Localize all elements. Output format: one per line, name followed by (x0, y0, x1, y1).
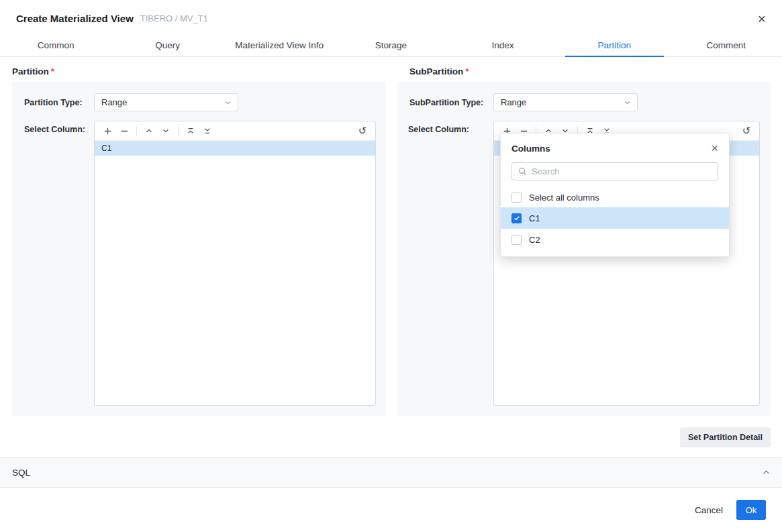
column-option-label: C2 (529, 235, 540, 245)
partition-type-label: Partition Type: (24, 98, 83, 107)
reset-icon[interactable]: ↺ (740, 125, 752, 137)
partition-section-label: Partition* (12, 66, 54, 76)
reset-icon[interactable]: ↺ (356, 125, 369, 137)
dialog-header: Create Materialized View TIBERO / MV_T1 … (0, 0, 782, 36)
subpartition-type-select[interactable]: Range (493, 93, 638, 111)
required-asterisk: * (465, 66, 469, 76)
toolbar-divider (178, 126, 179, 136)
search-icon (518, 167, 527, 176)
move-bottom-icon[interactable] (201, 125, 213, 137)
partition-column-list: ↺ C1 (94, 121, 376, 406)
dialog-subtitle: TIBERO / MV_T1 (140, 13, 208, 23)
subpartition-type-label: SubPartition Type: (409, 98, 483, 107)
close-icon[interactable]: × (711, 142, 718, 154)
columns-popup-title: Columns (511, 144, 550, 154)
close-icon[interactable]: × (758, 11, 766, 25)
sql-section-label: SQL (12, 468, 30, 478)
add-column-icon[interactable] (101, 125, 113, 137)
column-option-c1[interactable]: C1 (501, 207, 729, 229)
select-all-checkbox[interactable] (511, 193, 522, 203)
chevron-up-icon[interactable] (763, 470, 770, 475)
partition-section-text: Partition (12, 66, 49, 76)
dialog-title: Create Materialized View (16, 13, 134, 24)
set-partition-detail-button[interactable]: Set Partition Detail (680, 427, 771, 447)
tab-index[interactable]: Index (447, 35, 558, 56)
tab-common[interactable]: Common (0, 35, 111, 56)
move-top-icon[interactable] (185, 125, 197, 137)
subpartition-section-label: SubPartition* (409, 66, 469, 76)
tab-materialized-view-info[interactable]: Materialized View Info (224, 35, 335, 56)
select-all-label: Select all columns (529, 193, 599, 203)
columns-popup-header: Columns × (501, 134, 729, 161)
checked-checkbox[interactable] (511, 213, 522, 223)
move-down-icon[interactable] (160, 125, 172, 137)
column-option-c2[interactable]: C2 (501, 229, 729, 250)
tab-query[interactable]: Query (111, 35, 223, 56)
column-option-label: C1 (529, 213, 540, 223)
required-asterisk: * (51, 66, 54, 76)
column-search-box (511, 162, 718, 180)
create-materialized-view-dialog: Create Materialized View TIBERO / MV_T1 … (0, 0, 782, 532)
partition-type-value: Range (101, 97, 127, 107)
remove-column-icon[interactable] (118, 125, 130, 137)
tab-comment[interactable]: Comment (671, 35, 782, 56)
toolbar-divider (136, 126, 137, 136)
subpartition-section-text: SubPartition (409, 66, 463, 76)
partition-panel: Partition Type: Range Select Column: ↺ C… (12, 82, 386, 416)
chevron-down-icon (225, 101, 231, 105)
column-search-input[interactable] (532, 166, 712, 176)
partition-select-column-label: Select Column: (24, 125, 85, 134)
partition-list-toolbar: ↺ (95, 121, 375, 141)
sql-section-bar[interactable]: SQL (0, 457, 782, 488)
tab-bar: Common Query Materialized View Info Stor… (0, 35, 782, 57)
select-all-columns-row[interactable]: Select all columns (501, 188, 729, 207)
selected-column-row[interactable]: C1 (95, 141, 375, 156)
unchecked-checkbox[interactable] (511, 235, 522, 245)
columns-popup: Columns × Select all columns C1 C2 (500, 133, 730, 257)
chevron-down-icon (624, 101, 630, 105)
tab-partition[interactable]: Partition (558, 35, 670, 56)
tab-storage[interactable]: Storage (335, 35, 446, 56)
subpartition-select-column-label: Select Column: (408, 125, 469, 134)
move-up-icon[interactable] (143, 125, 155, 137)
partition-type-select[interactable]: Range (94, 93, 238, 111)
dialog-footer: Cancel Ok (0, 488, 782, 532)
subpartition-type-value: Range (501, 97, 526, 107)
cancel-button[interactable]: Cancel (695, 505, 723, 515)
ok-button[interactable]: Ok (736, 500, 766, 520)
